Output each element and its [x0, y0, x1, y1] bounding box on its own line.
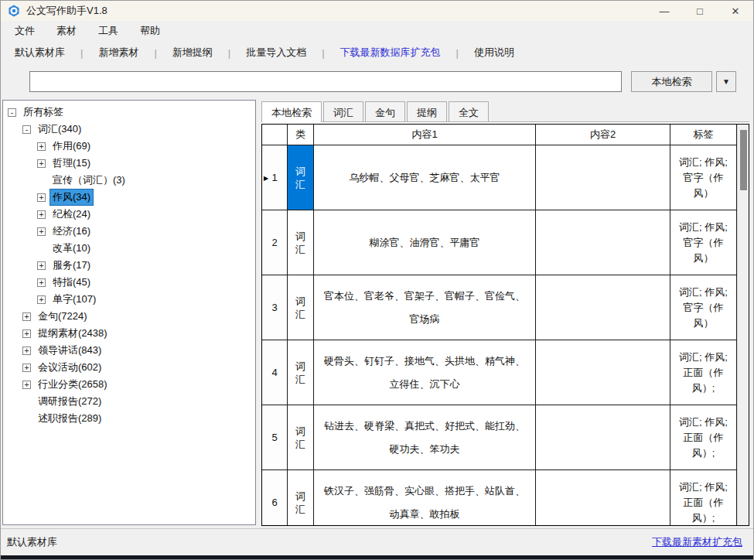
expand-icon[interactable]: + [22, 330, 31, 338]
cell-type[interactable]: 词汇 [288, 210, 314, 275]
row-number: 5 [271, 432, 277, 443]
cell-content2[interactable] [536, 210, 670, 275]
toolbar-item-4[interactable]: 下载最新数据库扩充包 [333, 43, 449, 63]
toolbar-item-3[interactable]: 批量导入文档 [238, 43, 314, 63]
expand-icon[interactable]: + [37, 295, 46, 304]
cell-tags[interactable]: 词汇; 作风; 官字（作风） [670, 210, 737, 275]
cell-content1[interactable]: 钻进去、硬脊梁、真把式、好把式、能扛劲、硬功夫、笨功夫 [314, 405, 536, 470]
row-header[interactable]: 4 [262, 340, 288, 405]
header-tags[interactable]: 标签 [670, 125, 737, 145]
tree-item-9[interactable]: +服务(17) [3, 257, 255, 274]
tree-item-6[interactable]: +纪检(24) [3, 206, 255, 223]
cell-content2[interactable] [536, 405, 670, 470]
expand-icon[interactable]: + [37, 142, 46, 151]
tree-item-label: 行业分类(2658) [36, 377, 110, 392]
cell-type[interactable]: 词汇 [288, 340, 314, 405]
scrollbar-thumb[interactable] [740, 130, 747, 190]
row-header[interactable]: 5 [262, 405, 288, 470]
cell-tags[interactable]: 词汇; 作风; 官字（作风） [670, 145, 737, 210]
tab-3[interactable]: 提纲 [407, 101, 447, 121]
cell-content2[interactable] [536, 470, 670, 526]
header-type[interactable]: 类 [288, 125, 314, 145]
local-search-button[interactable]: 本地检索 [631, 71, 712, 92]
tree-item-12[interactable]: +金句(7224) [3, 308, 255, 325]
tree-item-18[interactable]: 述职报告(289) [3, 410, 255, 427]
toolbar-item-2[interactable]: 新增提纲 [165, 43, 220, 63]
search-dropdown-button[interactable]: ▼ [716, 71, 736, 92]
header-content1[interactable]: 内容1 [314, 125, 536, 145]
expand-icon[interactable]: + [22, 312, 31, 321]
toolbar-item-0[interactable]: 默认素材库 [7, 43, 73, 63]
tree-item-7[interactable]: +经济(16) [3, 223, 255, 240]
expand-icon[interactable]: + [37, 159, 46, 168]
toolbar-item-1[interactable]: 新增素材 [90, 43, 146, 63]
tab-2[interactable]: 金句 [365, 101, 405, 121]
tree-item-label: 单字(107) [50, 292, 98, 307]
menu-item-3[interactable]: 帮助 [129, 21, 171, 41]
tree-item-2[interactable]: +作用(69) [3, 138, 255, 155]
toolbar-item-5[interactable]: 使用说明 [466, 43, 522, 63]
expand-icon[interactable]: + [22, 381, 31, 389]
cell-tags[interactable]: 词汇; 作风; 正面（作风）; [670, 405, 737, 470]
tree-item-4[interactable]: 宣传（词汇）(3) [3, 172, 255, 189]
cell-content1[interactable]: 铁汉子、强筋骨、实心眼、搭把手、站队首、动真章、敢拍板 [314, 470, 536, 526]
tab-4[interactable]: 全文 [449, 101, 489, 121]
row-header[interactable]: ▶1 [262, 145, 288, 210]
cell-content2[interactable] [536, 145, 670, 210]
cell-content1[interactable]: 乌纱帽、父母官、芝麻官、太平官 [314, 145, 536, 210]
expand-icon[interactable]: + [22, 364, 31, 372]
tree-item-8[interactable]: 改革(10) [3, 240, 255, 257]
cell-type[interactable]: 词汇 [288, 145, 314, 210]
expand-icon[interactable]: + [37, 278, 46, 287]
row-header[interactable]: 3 [262, 275, 288, 340]
tree-item-0[interactable]: -所有标签 [3, 104, 255, 121]
search-input[interactable] [29, 71, 622, 92]
cell-tags[interactable]: 词汇; 作风; 官字（作风） [670, 275, 737, 340]
tree-item-16[interactable]: +行业分类(2658) [3, 376, 255, 393]
tree-item-label: 纪检(24) [50, 207, 93, 222]
cell-type[interactable]: 词汇 [288, 470, 314, 526]
cell-content2[interactable] [536, 340, 670, 405]
cell-content2[interactable] [536, 275, 670, 340]
window-title: 公文写作助手V1.8 [26, 4, 107, 18]
menu-item-1[interactable]: 素材 [46, 21, 87, 41]
expand-icon[interactable]: + [37, 210, 46, 219]
maximize-button[interactable]: □ [682, 1, 718, 21]
header-content2[interactable]: 内容2 [536, 125, 670, 145]
toolbar-separator: | [73, 47, 90, 59]
close-button[interactable]: ✕ [718, 1, 753, 21]
cell-tags[interactable]: 词汇; 作风; 正面（作风）; [670, 470, 737, 526]
expand-icon[interactable]: + [37, 193, 46, 202]
tree-item-17[interactable]: 调研报告(272) [3, 393, 255, 410]
row-header[interactable]: 6 [262, 470, 288, 526]
vertical-scrollbar[interactable] [737, 125, 749, 525]
row-header[interactable]: 2 [262, 210, 288, 275]
tree-item-11[interactable]: +单字(107) [3, 291, 255, 308]
tree-item-13[interactable]: +提纲素材(2438) [3, 325, 255, 342]
cell-content1[interactable]: 硬骨头、钉钉子、接地气、头拱地、精气神、立得住、沉下心 [314, 340, 536, 405]
cell-content1[interactable]: 官本位、官老爷、官架子、官帽子、官俭气、官场病 [314, 275, 536, 340]
tree-item-14[interactable]: +领导讲话(843) [3, 342, 255, 359]
tab-1[interactable]: 词汇 [323, 101, 363, 121]
cell-tags[interactable]: 词汇; 作风; 正面（作风）; [670, 340, 737, 405]
table-row: 3词汇官本位、官老爷、官架子、官帽子、官俭气、官场病词汇; 作风; 官字（作风） [262, 275, 737, 340]
collapse-icon[interactable]: - [22, 125, 31, 134]
tree-item-15[interactable]: +会议活动(602) [3, 359, 255, 376]
menu-item-0[interactable]: 文件 [4, 21, 46, 41]
tree-item-1[interactable]: -词汇(340) [3, 121, 255, 138]
expand-icon[interactable]: + [22, 347, 31, 355]
tree-item-10[interactable]: +特指(45) [3, 274, 255, 291]
tab-0[interactable]: 本地检索 [261, 101, 322, 122]
tree-item-3[interactable]: +哲理(15) [3, 155, 255, 172]
tree-leaf-spacer [37, 244, 46, 253]
expand-icon[interactable]: + [37, 261, 46, 270]
expand-icon[interactable]: + [37, 227, 46, 236]
cell-content1[interactable]: 糊涂官、油滑官、平庸官 [314, 210, 536, 275]
download-material-pack-link[interactable]: 下载最新素材扩充包 [652, 535, 742, 549]
cell-type[interactable]: 词汇 [288, 405, 314, 470]
cell-type[interactable]: 词汇 [288, 275, 314, 340]
menu-item-2[interactable]: 工具 [87, 21, 129, 41]
tree-item-5[interactable]: +作风(34) [3, 189, 255, 206]
minimize-button[interactable]: — [647, 1, 682, 21]
collapse-icon[interactable]: - [8, 108, 16, 117]
